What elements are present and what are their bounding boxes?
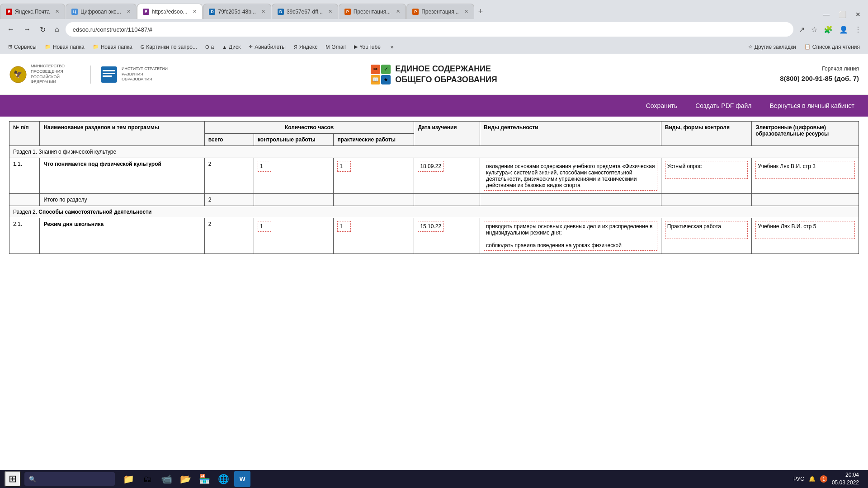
- back-to-cabinet-button[interactable]: Вернуться в личный кабинет: [770, 102, 854, 109]
- bookmark-item[interactable]: 📁Новая папка: [41, 43, 88, 51]
- browser-tab-tab2[interactable]: ЦЦифровая эко...✕: [66, 4, 137, 19]
- editable-resources[interactable]: Учебник Лях В.И. стр 3: [755, 161, 855, 179]
- share-icon[interactable]: ↗: [797, 23, 807, 36]
- tab-label: Цифровая эко...: [80, 9, 121, 15]
- taskbar-search[interactable]: 🔍: [24, 472, 115, 486]
- editable-resources[interactable]: Учебние Лях В.И. стр 5: [755, 221, 855, 239]
- editable-control[interactable]: 1: [258, 221, 271, 232]
- bookmark-item[interactable]: 📁Новая папка: [89, 43, 136, 51]
- browser-tab-tab7[interactable]: PПрезентация...✕: [406, 4, 474, 19]
- tab-close-icon[interactable]: ✕: [193, 9, 197, 14]
- editable-activity[interactable]: овладении основами содержания учебного п…: [484, 161, 657, 191]
- address-input[interactable]: [66, 22, 793, 37]
- minimize-button[interactable]: —: [820, 10, 833, 19]
- esoo-title: ЕДИНОЕ СОДЕРЖАНИЕ ОБЩЕГО ОБРАЗОВАНИЯ: [395, 64, 497, 85]
- tab-close-icon[interactable]: ✕: [328, 9, 332, 14]
- cell-forms: Практическая работа: [661, 218, 751, 254]
- home-button[interactable]: ⌂: [52, 23, 62, 35]
- editable-practice[interactable]: 1: [337, 161, 351, 172]
- close-button[interactable]: ✕: [852, 10, 864, 19]
- notification-icon[interactable]: 🔔: [809, 476, 816, 482]
- bookmark-item[interactable]: 📋Список для чтения: [801, 43, 863, 51]
- th-hours-control: контрольные работы: [254, 134, 333, 146]
- ministry-logo: 🦅 МИНИСТЕРСТВО ПРОСВЕЩЕНИЯ РОССИЙСКОЙ ФЕ…: [9, 64, 81, 85]
- bookmark-item[interactable]: ✈Авиабилеты: [245, 43, 289, 51]
- tab-close-icon[interactable]: ✕: [261, 9, 265, 14]
- cell-hours-practice: 1: [334, 218, 414, 254]
- tab-close-icon[interactable]: ✕: [127, 9, 131, 14]
- editable-activity[interactable]: приводить примеры основных дневных дел и…: [484, 221, 657, 251]
- bookmark-item[interactable]: ▶YouTube: [350, 43, 384, 51]
- tab-label: Презентация...: [421, 9, 459, 15]
- editable-control[interactable]: 1: [258, 161, 271, 172]
- total-empty-cell: [480, 194, 661, 206]
- create-pdf-button[interactable]: Создать PDF файл: [695, 102, 751, 109]
- start-button[interactable]: ⊞: [5, 471, 21, 487]
- browser-tab-tab1[interactable]: ЯЯндекс.Почта✕: [0, 4, 65, 19]
- tab-favicon: D: [278, 9, 284, 15]
- esoo-squares-icon: ✏ ✓ 📖 ★: [371, 65, 391, 84]
- tab-favicon: D: [209, 9, 215, 15]
- save-button[interactable]: Сохранить: [646, 102, 678, 109]
- reload-button[interactable]: ↻: [37, 23, 48, 36]
- window-controls: — ⬜ ✕: [820, 10, 868, 19]
- esoo-line2: ОБЩЕГО ОБРАЗОВАНИЯ: [395, 75, 497, 85]
- browser-frame: ЯЯндекс.Почта✕ЦЦифровая эко...✕Ehttps://…: [0, 0, 868, 54]
- tab-bar: ЯЯндекс.Почта✕ЦЦифровая эко...✕Ehttps://…: [0, 0, 868, 19]
- bookmark-star-icon[interactable]: ☆: [809, 23, 819, 36]
- bookmark-item[interactable]: »: [385, 43, 397, 51]
- header-center: ✏ ✓ 📖 ★ ЕДИНОЕ СОДЕРЖАНИЕ ОБЩЕГО ОБРАЗОВ…: [222, 64, 646, 85]
- bookmark-item[interactable]: ▲Диск: [218, 43, 244, 51]
- bookmark-item[interactable]: ⊞Сервисы: [5, 43, 40, 51]
- total-empty-cell: [661, 194, 751, 206]
- taskbar-store-icon[interactable]: 🏪: [196, 471, 212, 487]
- forward-button[interactable]: →: [21, 23, 33, 35]
- taskbar-edge-icon[interactable]: 🌐: [215, 471, 231, 487]
- editable-date[interactable]: 15.10.22: [418, 221, 443, 232]
- browser-tab-tab5[interactable]: D39c57e67-dff...✕: [272, 4, 338, 19]
- svg-text:🦅: 🦅: [14, 70, 23, 79]
- site-header: 🦅 МИНИСТЕРСТВО ПРОСВЕЩЕНИЯ РОССИЙСКОЙ ФЕ…: [0, 54, 868, 95]
- taskbar-files-icon[interactable]: 📂: [177, 471, 193, 487]
- cell-resources: Учебник Лях В.И. стр 3: [752, 158, 859, 194]
- th-date: Дата изучения: [414, 122, 480, 146]
- bookmark-item[interactable]: GКартинки по запро...: [137, 43, 201, 51]
- th-hours-total: всего: [204, 134, 254, 146]
- menu-icon[interactable]: ⋮: [853, 23, 863, 36]
- total-empty-cell: [414, 194, 480, 206]
- bookmark-icon: ✈: [249, 44, 253, 50]
- bookmark-item[interactable]: ☆Другие закладки: [745, 43, 800, 51]
- header-logos: 🦅 МИНИСТЕРСТВО ПРОСВЕЩЕНИЯ РОССИЙСКОЙ ФЕ…: [9, 64, 222, 85]
- sq-check-icon: ✓: [381, 65, 391, 74]
- editable-forms[interactable]: Устный опрос: [665, 161, 748, 179]
- tab-close-icon[interactable]: ✕: [464, 9, 468, 14]
- bookmark-icon: 📋: [804, 44, 811, 50]
- cell-hours-control: 1: [254, 158, 333, 194]
- bookmark-item[interactable]: MGmail: [322, 43, 349, 51]
- taskbar-widget-icon[interactable]: 🗂: [139, 471, 156, 487]
- sq-star-icon: ★: [381, 75, 391, 84]
- tab-close-icon[interactable]: ✕: [396, 9, 400, 14]
- bookmark-label: Список для чтения: [812, 44, 860, 50]
- tab-label: 39c57e67-dff...: [287, 9, 323, 15]
- bookmark-item[interactable]: Оa: [202, 43, 217, 51]
- new-tab-button[interactable]: +: [475, 4, 487, 19]
- maximize-button[interactable]: ⬜: [835, 10, 850, 19]
- bookmark-icon: Я: [294, 44, 297, 50]
- editable-practice[interactable]: 1: [337, 221, 351, 232]
- taskbar-word-icon[interactable]: W: [234, 471, 250, 487]
- editable-forms[interactable]: Практическая работа: [665, 221, 748, 239]
- extensions-icon[interactable]: 🧩: [822, 23, 835, 36]
- bookmark-item[interactable]: ЯЯндекс: [290, 43, 321, 51]
- profile-icon[interactable]: 👤: [837, 23, 850, 36]
- editable-date[interactable]: 18.09.22: [418, 161, 443, 172]
- back-button[interactable]: ←: [5, 23, 17, 35]
- cell-num: 2.1.: [9, 218, 40, 254]
- browser-tab-tab3[interactable]: Ehttps://edsoo...✕: [137, 4, 203, 19]
- cell-num: 1.1.: [9, 158, 40, 194]
- browser-tab-tab6[interactable]: PПрезентация...✕: [339, 4, 406, 19]
- browser-tab-tab4[interactable]: D79fc205d-48b...✕: [203, 4, 271, 19]
- taskbar-camera-icon[interactable]: 📹: [158, 471, 175, 487]
- tab-close-icon[interactable]: ✕: [55, 9, 59, 14]
- taskbar-file-explorer-icon[interactable]: 📁: [120, 471, 137, 487]
